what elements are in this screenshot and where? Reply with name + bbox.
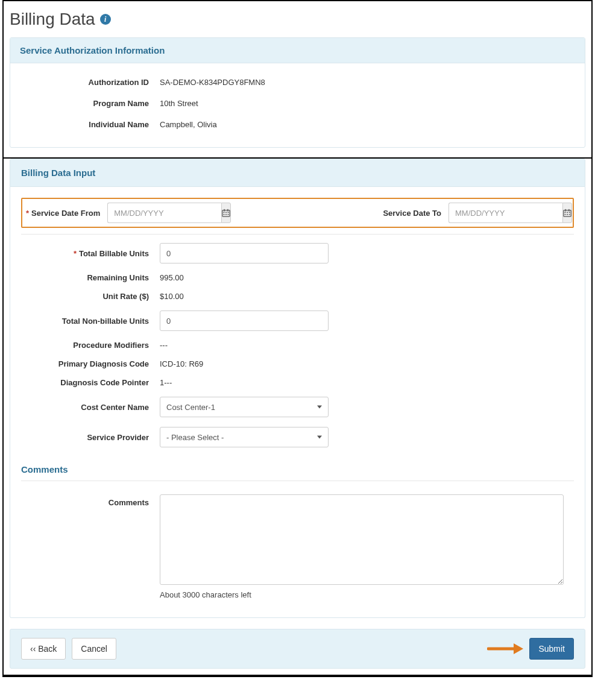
service-date-from-calendar-button[interactable] [221, 203, 231, 223]
total-nonbillable-input[interactable] [160, 311, 329, 331]
primary-diagnosis-value: ICD-10: R69 [160, 359, 574, 368]
service-date-to-label: Service Date To [383, 209, 441, 218]
svg-rect-1 [224, 212, 225, 213]
page-title: Billing Data i [10, 10, 585, 29]
procedure-modifiers-value: --- [160, 341, 574, 350]
service-date-highlight: *Service Date From [21, 198, 574, 228]
service-provider-label: Service Provider [21, 433, 160, 442]
diagnosis-pointer-label: Diagnosis Code Pointer [21, 378, 160, 387]
comments-char-hint: About 3000 characters left [160, 590, 564, 599]
service-date-to-input[interactable] [449, 203, 562, 223]
individual-name-value: Campbell, Olivia [160, 120, 574, 129]
svg-rect-9 [564, 210, 571, 217]
comments-heading: Comments [21, 464, 574, 475]
cost-center-label: Cost Center Name [21, 403, 160, 412]
program-name-label: Program Name [21, 99, 160, 108]
back-button[interactable]: ‹‹ Back [21, 638, 66, 660]
comments-textarea[interactable] [160, 494, 564, 585]
submit-button[interactable]: Submit [529, 638, 574, 660]
service-provider-select[interactable]: - Please Select - [160, 427, 329, 447]
calendar-icon [222, 209, 230, 217]
total-billable-input[interactable] [160, 243, 329, 263]
program-name-value: 10th Street [160, 99, 574, 108]
footer-bar: ‹‹ Back Cancel Submit [10, 629, 585, 669]
unit-rate-label: Unit Rate ($) [21, 292, 160, 301]
svg-rect-14 [567, 214, 568, 215]
svg-rect-7 [224, 209, 225, 212]
service-provider-selected: - Please Select - [166, 433, 224, 442]
total-nonbillable-label: Total Non-billable Units [21, 317, 160, 326]
svg-rect-17 [568, 209, 569, 212]
procedure-modifiers-label: Procedure Modifiers [21, 341, 160, 350]
auth-info-panel: Service Authorization Information Author… [10, 37, 585, 148]
svg-rect-8 [227, 209, 228, 212]
info-icon[interactable]: i [100, 14, 111, 25]
total-billable-label: *Total Billable Units [21, 249, 160, 258]
chevron-down-icon [317, 436, 322, 439]
individual-name-label: Individual Name [21, 120, 160, 129]
svg-rect-15 [569, 214, 570, 215]
comments-label: Comments [21, 494, 160, 507]
unit-rate-value: $10.00 [160, 292, 574, 301]
authorization-id-value: SA-DEMO-K834PDGY8FMN8 [160, 78, 574, 87]
remaining-units-label: Remaining Units [21, 273, 160, 282]
svg-marker-19 [514, 643, 523, 654]
svg-rect-11 [567, 212, 568, 213]
auth-info-heading: Service Authorization Information [10, 38, 585, 63]
remaining-units-value: 995.00 [160, 273, 574, 282]
svg-rect-16 [565, 209, 566, 212]
svg-rect-6 [228, 214, 229, 215]
service-date-from-input[interactable] [107, 203, 221, 223]
svg-rect-10 [565, 212, 566, 213]
authorization-id-label: Authorization ID [21, 78, 160, 87]
cost-center-select[interactable]: Cost Center-1 [160, 397, 329, 417]
service-date-to-calendar-button[interactable] [562, 203, 572, 223]
svg-rect-5 [225, 214, 227, 215]
primary-diagnosis-label: Primary Diagnosis Code [21, 359, 160, 368]
billing-input-heading: Billing Data Input [10, 159, 585, 187]
svg-rect-4 [224, 214, 225, 215]
arrow-annotation-icon [487, 642, 523, 655]
svg-rect-2 [225, 212, 227, 213]
page-title-text: Billing Data [10, 10, 95, 29]
cancel-button[interactable]: Cancel [72, 638, 116, 660]
svg-rect-3 [228, 212, 229, 213]
svg-rect-13 [565, 214, 566, 215]
cost-center-selected: Cost Center-1 [166, 403, 215, 412]
service-date-from-label: *Service Date From [26, 209, 100, 218]
diagnosis-pointer-value: 1--- [160, 378, 574, 387]
chevron-down-icon [317, 406, 322, 409]
svg-rect-0 [222, 210, 230, 217]
svg-rect-12 [569, 212, 570, 213]
calendar-icon [563, 209, 571, 217]
